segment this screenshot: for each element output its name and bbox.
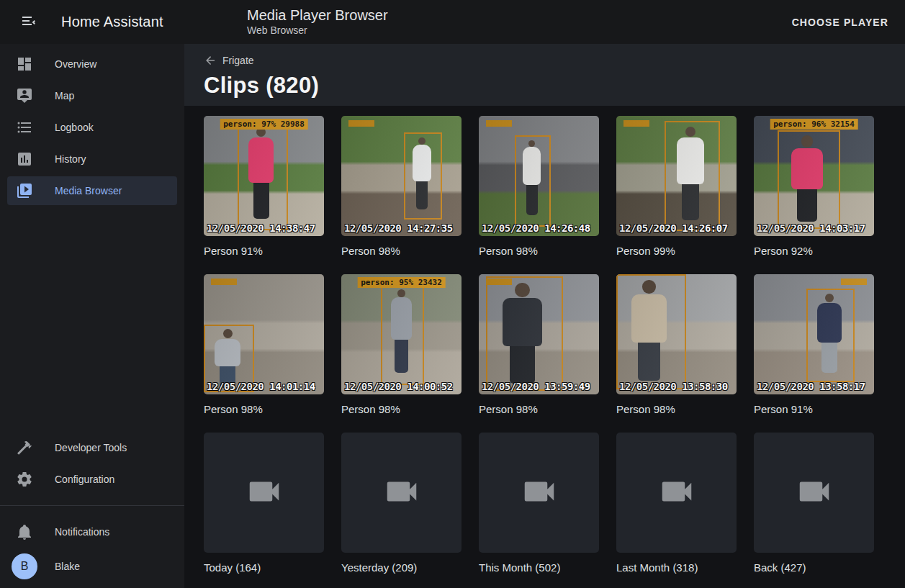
folder-label: Last Month (318) [616,561,737,574]
app-title: Home Assistant [61,14,163,30]
arrow-left-icon [204,54,217,67]
user-name: Blake [55,561,80,572]
page-title-block: Media Player Browser Web Browser [247,6,388,37]
folder-card-yesterday-209[interactable]: Yesterday (209) [341,433,461,574]
timestamp-overlay: 12/05/2020 13:58:30 [619,381,728,392]
clip-card[interactable]: 12/05/2020 14:01:14 Person 98% [204,274,324,416]
person-figure [412,137,433,216]
cog-icon [16,471,33,488]
folder-thumbnail [204,433,324,553]
clip-card[interactable]: person: 97% 29988 12/05/2020 14:38:47 Pe… [204,116,324,258]
sidebar-item-notifications[interactable]: Notifications [7,517,177,546]
sidebar-item-logbook[interactable]: Logbook [7,113,177,142]
video-icon [382,472,421,514]
detection-banner: person: 95% 23432 [357,277,446,288]
play-box-multiple-icon [16,182,33,199]
clip-card[interactable]: 12/05/2020 13:58:30 Person 98% [616,274,737,416]
folder-thumbnail [341,433,461,553]
folder-thumbnail [479,433,599,553]
page-title: Media Player Browser [247,6,388,24]
sidebar-item-developer-tools[interactable]: Developer Tools [7,433,177,462]
timestamp-overlay: 12/05/2020 13:59:49 [482,381,590,392]
clip-card[interactable]: 12/05/2020 14:26:48 Person 98% [479,116,599,258]
timestamp-overlay: 12/05/2020 13:58:17 [757,381,865,392]
clip-label: Person 92% [754,244,874,258]
chart-box-icon [16,150,33,168]
detection-bounding-box [515,135,551,227]
clip-card[interactable]: person: 96% 32154 12/05/2020 14:03:17 Pe… [754,116,874,258]
clip-thumbnail: 12/05/2020 14:26:07 [616,116,737,236]
media-grid-area: person: 97% 29988 12/05/2020 14:38:47 Pe… [184,106,905,588]
folder-card-last-month-318[interactable]: Last Month (318) [616,433,737,574]
timestamp-overlay: 12/05/2020 14:01:14 [207,381,315,392]
clip-label: Person 98% [341,402,461,416]
folder-label: This Month (502) [479,561,599,574]
clip-card[interactable]: 12/05/2020 14:27:35 Person 98% [341,116,461,258]
video-icon [245,472,284,514]
video-icon [657,472,696,514]
clip-label: Person 99% [616,244,737,258]
hammer-icon [16,439,33,456]
detection-banner: person: 96% 32154 [770,119,858,130]
clip-thumbnail: 12/05/2020 13:58:30 [616,274,737,394]
clip-label: Person 98% [479,244,599,258]
sidebar-bottom-items: Developer Tools Configuration [0,430,184,497]
sidebar-spacer [0,208,184,430]
clip-card[interactable]: 12/05/2020 13:58:17 Person 91% [754,274,874,416]
folder-card-this-month-502[interactable]: This Month (502) [479,433,599,574]
detection-bounding-box [616,274,686,389]
sidebar-user-profile[interactable]: B Blake [7,552,177,581]
sidebar-item-overview[interactable]: Overview [7,50,177,78]
timestamp-overlay: 12/05/2020 14:00:52 [344,381,453,392]
detection-bounding-box [204,325,254,392]
top-app-bar: Home Assistant Media Player Browser Web … [0,0,905,44]
detection-chip [211,279,237,285]
clip-label: Person 91% [204,244,324,258]
breadcrumb-label: Frigate [222,55,254,66]
person-figure [214,329,241,389]
sidebar-item-configuration[interactable]: Configuration [7,465,177,494]
detection-chip [841,279,867,285]
clip-card[interactable]: 12/05/2020 14:26:07 Person 99% [616,116,737,258]
home-assistant-app: Home Assistant Media Player Browser Web … [0,0,905,588]
breadcrumb-back-frigate[interactable]: Frigate [204,54,254,67]
clip-thumbnail: 12/05/2020 14:26:48 [479,116,599,236]
page-subtitle: Web Browser [247,24,388,37]
folder-label: Today (164) [204,561,324,574]
view-dashboard-icon [16,55,33,73]
detection-chip [486,279,512,285]
clip-label: Person 98% [204,402,324,416]
person-figure [790,135,824,225]
choose-player-button[interactable]: CHOOSE PLAYER [786,11,894,34]
sidebar-divider [0,505,184,506]
person-figure [501,283,544,387]
person-figure [248,127,275,227]
clip-card[interactable]: 12/05/2020 13:59:49 Person 98% [479,274,599,416]
sidebar-item-map[interactable]: Map [7,81,177,110]
detection-chip [623,120,649,127]
clip-thumbnail: person: 96% 32154 12/05/2020 14:03:17 [754,116,874,236]
clip-card[interactable]: person: 95% 23432 12/05/2020 14:00:52 Pe… [341,274,461,416]
avatar: B [12,553,37,579]
detection-banner: person: 97% 29988 [220,119,308,130]
timestamp-overlay: 12/05/2020 14:38:47 [207,222,315,234]
clip-label: Person 98% [616,402,737,416]
folder-thumbnail [754,433,874,553]
folder-label: Yesterday (209) [341,561,461,574]
detection-bounding-box [486,276,563,391]
clip-thumbnail: 12/05/2020 14:27:35 [341,116,461,236]
folder-card-back-427[interactable]: Back (427) [754,433,874,574]
folder-card-today-164[interactable]: Today (164) [204,433,324,574]
clip-thumbnail: 12/05/2020 13:59:49 [479,274,599,394]
sidebar-item-media-browser[interactable]: Media Browser [7,176,177,205]
bell-icon [16,523,33,540]
detection-bounding-box [778,130,840,229]
page-heading: Clips (820) [204,73,888,99]
person-figure [390,289,413,381]
media-browser-content: Frigate Clips (820) person: 97% 29988 12… [184,44,905,588]
sidebar-toggle-button[interactable] [12,5,46,40]
media-grid: person: 97% 29988 12/05/2020 14:38:47 Pe… [204,116,905,574]
content-header: Frigate Clips (820) [184,44,905,106]
detection-chip [486,120,512,127]
sidebar-item-history[interactable]: History [7,145,177,173]
